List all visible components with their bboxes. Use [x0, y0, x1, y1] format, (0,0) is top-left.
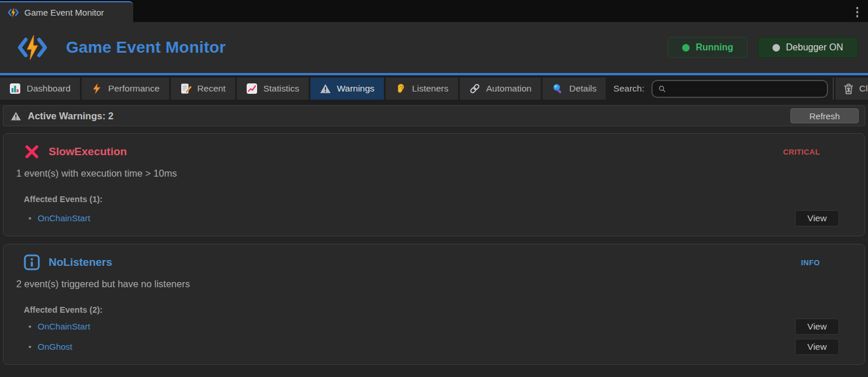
info-icon — [24, 254, 40, 270]
warning-card-header: NoListeners INFO — [16, 254, 852, 270]
warning-card-slowexecution: SlowExecution CRITICAL 1 event(s) with e… — [3, 133, 865, 236]
ear-icon — [395, 83, 406, 94]
code-lightning-icon — [8, 8, 19, 17]
tab-label: Performance — [108, 83, 160, 94]
titlebar: Game Event Monitor — [0, 0, 868, 22]
tab-bar: Dashboard Performance Recent Statistics … — [0, 75, 868, 104]
running-status-badge: Running — [668, 37, 748, 58]
kebab-menu-icon[interactable] — [855, 5, 860, 19]
search-area: Search: — [613, 80, 827, 98]
active-warnings-title: Active Warnings: 2 — [28, 111, 113, 122]
view-button[interactable]: View — [795, 210, 839, 226]
tab-recent[interactable]: Recent — [171, 78, 235, 100]
debugger-status-label: Debugger ON — [786, 42, 843, 53]
gray-status-dot-icon — [772, 44, 780, 52]
affected-event-row: • OnChainStart View — [24, 318, 852, 335]
status-badges: Running Debugger ON — [668, 37, 858, 58]
tab-label: Warnings — [337, 83, 375, 94]
tab-automation[interactable]: Automation — [460, 78, 541, 100]
warnings-panel: Active Warnings: 2 Refresh SlowExecution… — [0, 104, 868, 377]
bullet-icon: • — [24, 213, 38, 223]
chart-up-icon — [246, 83, 258, 94]
running-status-label: Running — [695, 42, 733, 53]
tab-label: Recent — [197, 83, 226, 94]
affected-events-label: Affected Events (1): — [24, 195, 852, 204]
window-tab[interactable]: Game Event Monitor — [0, 1, 133, 22]
debugger-status-badge[interactable]: Debugger ON — [758, 37, 858, 58]
event-link[interactable]: OnGhost — [38, 342, 72, 352]
magnifier-icon — [552, 83, 563, 94]
active-warnings-bar: Active Warnings: 2 Refresh — [3, 105, 865, 126]
view-button[interactable]: View — [795, 339, 839, 355]
warning-triangle-icon — [320, 83, 331, 94]
search-box[interactable] — [651, 80, 828, 98]
green-status-dot-icon — [682, 44, 690, 52]
affected-event-row: • OnGhost View — [24, 338, 852, 355]
tab-label: Listeners — [412, 83, 449, 94]
event-link[interactable]: OnChainStart — [38, 321, 90, 331]
search-input[interactable] — [670, 84, 821, 93]
refresh-button[interactable]: Refresh — [790, 108, 859, 123]
warning-description: 1 event(s) with execution time > 10ms — [16, 168, 852, 179]
warning-name: SlowExecution — [49, 145, 127, 158]
lightning-icon — [91, 83, 102, 94]
code-lightning-logo — [16, 34, 49, 61]
window-tab-title: Game Event Monitor — [24, 8, 104, 17]
cross-icon — [24, 144, 40, 160]
bullet-icon: • — [24, 321, 38, 331]
event-link[interactable]: OnChainStart — [38, 213, 90, 223]
link-icon — [469, 83, 481, 94]
warning-card-header: SlowExecution CRITICAL — [16, 144, 852, 160]
warning-card-nolisteners: NoListeners INFO 2 event(s) triggered bu… — [3, 244, 865, 365]
tab-details[interactable]: Details — [543, 78, 606, 100]
tab-label: Automation — [486, 83, 532, 94]
severity-badge: INFO — [801, 258, 820, 267]
severity-badge: CRITICAL — [783, 148, 820, 156]
view-button[interactable]: View — [795, 319, 839, 335]
clear-button-label: Clear — [859, 83, 868, 94]
memo-icon — [180, 83, 192, 94]
tab-label: Details — [569, 83, 596, 94]
page-title: Game Event Monitor — [66, 38, 226, 57]
warning-description: 2 event(s) triggered but have no listene… — [16, 279, 852, 290]
search-icon — [658, 85, 666, 93]
clear-button[interactable]: Clear — [836, 78, 868, 100]
tab-warnings[interactable]: Warnings — [310, 78, 384, 100]
warning-triangle-icon — [10, 111, 21, 121]
tab-dashboard[interactable]: Dashboard — [0, 78, 80, 100]
bullet-icon: • — [24, 342, 38, 352]
affected-event-row: • OnChainStart View — [24, 210, 852, 226]
warning-name: NoListeners — [49, 256, 112, 269]
trash-icon — [844, 83, 854, 94]
tab-performance[interactable]: Performance — [82, 78, 169, 100]
tab-label: Statistics — [263, 83, 299, 94]
bar-chart-icon — [9, 83, 21, 94]
game-event-monitor-window: Game Event Monitor Game Event Monitor Ru… — [0, 0, 868, 377]
header: Game Event Monitor Running Debugger ON — [0, 22, 868, 73]
search-label: Search: — [613, 83, 644, 94]
tab-label: Dashboard — [27, 83, 71, 94]
tab-listeners[interactable]: Listeners — [386, 78, 458, 100]
affected-events-label: Affected Events (2): — [24, 305, 852, 314]
tab-statistics[interactable]: Statistics — [237, 78, 309, 100]
toolbar-separator — [833, 78, 834, 100]
